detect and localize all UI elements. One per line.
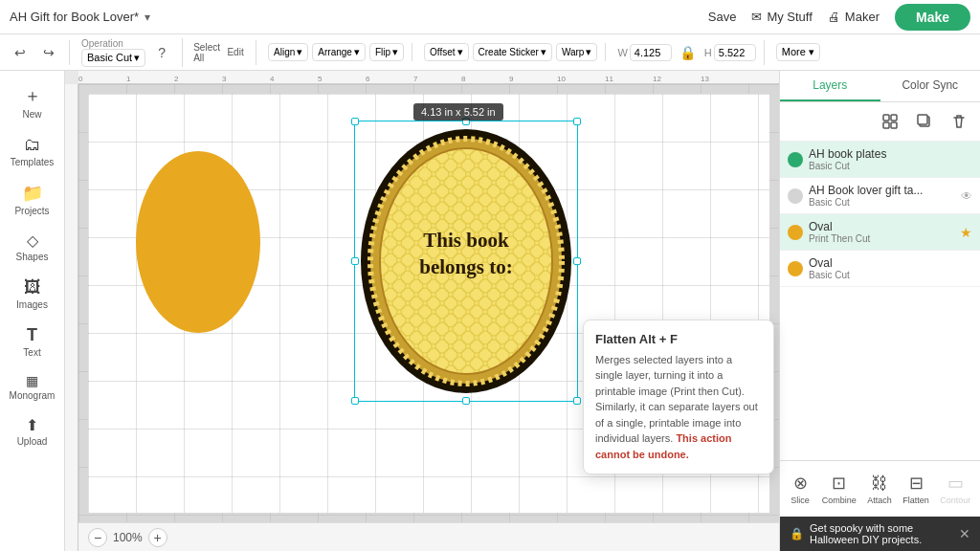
visibility-icon[interactable]: 👁 xyxy=(961,189,972,203)
shapes-icon: ◇ xyxy=(27,231,38,250)
panel-tabs: Layers Color Sync xyxy=(780,71,980,102)
width-field: W xyxy=(617,44,671,61)
undo-button[interactable]: ↩ xyxy=(8,40,33,65)
toolbar: ↩ ↪ Operation Basic Cut ▾ ? Select All E… xyxy=(0,34,980,71)
tab-layers[interactable]: Layers xyxy=(780,71,880,101)
edit-button[interactable]: Edit xyxy=(223,40,248,65)
notification-close-button[interactable]: ✕ xyxy=(959,526,970,541)
operation-help-icon[interactable]: ? xyxy=(149,40,174,65)
offset-button[interactable]: Offset ▾ xyxy=(424,43,469,61)
svg-rect-15 xyxy=(883,122,889,128)
layer-color-indicator xyxy=(788,188,803,204)
flatten-tooltip-popup: Flatten Alt + F Merges selected layers i… xyxy=(583,320,774,475)
layer-item-oval-basic[interactable]: Oval Basic Cut xyxy=(780,251,980,287)
main-area: ＋ New 🗂 Templates 📁 Projects ◇ Shapes 🖼 … xyxy=(0,71,980,551)
flatten-label: Flatten xyxy=(902,496,929,505)
slice-tool[interactable]: ⊗ Slice xyxy=(784,469,816,509)
layer-name: AH Book lover gift ta... xyxy=(809,184,955,197)
sidebar-item-new[interactable]: ＋ New xyxy=(5,78,60,125)
flatten-tooltip-body: Merges selected layers into a single lay… xyxy=(595,352,762,463)
layer-info: AH book plates Basic Cut xyxy=(809,147,972,171)
attach-icon: ⛓ xyxy=(871,474,888,494)
layer-info: Oval Print Then Cut xyxy=(809,220,954,244)
flip-button[interactable]: Flip ▾ xyxy=(369,43,404,61)
chevron-down-icon: ▾ xyxy=(297,46,302,58)
select-all-button[interactable]: Select All xyxy=(194,40,219,65)
flatten-tool[interactable]: ⊟ Flatten xyxy=(897,469,934,509)
layer-item-ah-book-plates[interactable]: AH book plates Basic Cut xyxy=(780,142,980,178)
title-chevron-icon[interactable]: ▾ xyxy=(145,11,150,24)
warp-button[interactable]: Warp ▾ xyxy=(556,43,598,61)
layer-color-indicator xyxy=(788,152,803,167)
maker-button[interactable]: 🖨 Maker xyxy=(828,10,880,24)
align-group: Align ▾ Arrange ▾ Flip ▾ xyxy=(268,43,412,61)
sidebar-item-templates[interactable]: 🗂 Templates xyxy=(5,129,60,173)
my-stuff-button[interactable]: ✉ My Stuff xyxy=(751,10,812,24)
chevron-down-icon: ▾ xyxy=(541,46,546,58)
height-input[interactable] xyxy=(714,44,756,61)
layer-item-oval-print[interactable]: Oval Print Then Cut ★ xyxy=(780,214,980,251)
layer-info: Oval Basic Cut xyxy=(809,256,972,280)
create-sticker-button[interactable]: Create Sticker ▾ xyxy=(473,43,552,61)
operation-select[interactable]: Basic Cut ▾ xyxy=(81,49,145,67)
layer-name: Oval xyxy=(809,220,954,233)
make-button[interactable]: Make xyxy=(895,4,970,31)
attach-label: Attach xyxy=(867,496,892,505)
lock-aspect-icon[interactable]: 🔒 xyxy=(676,40,701,65)
combine-tool[interactable]: ⊡ Combine xyxy=(816,469,861,509)
zoom-in-button[interactable]: + xyxy=(148,528,167,547)
layer-sub: Basic Cut xyxy=(809,197,955,208)
group-icon xyxy=(881,113,899,130)
sidebar-item-templates-label: Templates xyxy=(11,157,55,167)
svg-rect-14 xyxy=(891,115,897,121)
tab-color-sync[interactable]: Color Sync xyxy=(880,71,981,101)
save-button[interactable]: Save xyxy=(708,10,737,24)
sidebar-item-text[interactable]: T Text xyxy=(5,320,60,364)
sidebar-item-projects-label: Projects xyxy=(14,206,49,216)
zoom-bar: − 100% + xyxy=(78,522,779,551)
flatten-body-text: Merges selected layers into a single lay… xyxy=(595,354,758,445)
sidebar-item-images[interactable]: 🖼 Images xyxy=(5,272,60,316)
slice-label: Slice xyxy=(791,496,810,505)
images-icon: 🖼 xyxy=(24,277,41,298)
book-plate-design[interactable]: This book belongs to: xyxy=(356,122,576,400)
layer-item-ah-book-lover[interactable]: AH Book lover gift ta... Basic Cut 👁 xyxy=(780,178,980,214)
left-sidebar: ＋ New 🗂 Templates 📁 Projects ◇ Shapes 🖼 … xyxy=(0,71,65,551)
flatten-tooltip-title: Flatten Alt + F xyxy=(595,332,762,346)
group-layers-button[interactable] xyxy=(877,108,903,135)
edit-label: Edit xyxy=(227,47,243,57)
panel-bottom-toolbar: ⊗ Slice ⊡ Combine ⛓ Attach ⊟ Flatten ▭ xyxy=(780,460,980,517)
yellow-oval-shape[interactable] xyxy=(136,151,260,333)
ruler-horizontal: 0 1 2 3 4 5 6 7 8 9 10 11 12 13 xyxy=(78,71,779,84)
arrange-button[interactable]: Arrange ▾ xyxy=(312,43,366,61)
svg-text:This book: This book xyxy=(423,229,509,252)
width-input[interactable] xyxy=(630,44,672,61)
sidebar-item-upload[interactable]: ⬆ Upload xyxy=(5,410,60,452)
topbar: AH Gift for Book Lover* ▾ Save ✉ My Stuf… xyxy=(0,0,980,34)
chevron-down-icon: ▾ xyxy=(392,46,398,58)
redo-button[interactable]: ↪ xyxy=(36,40,61,65)
align-button[interactable]: Align ▾ xyxy=(268,43,308,61)
sidebar-item-text-label: Text xyxy=(23,347,40,358)
duplicate-layer-button[interactable] xyxy=(911,108,938,135)
combine-icon: ⊡ xyxy=(832,473,846,494)
svg-rect-16 xyxy=(891,122,897,128)
svg-rect-13 xyxy=(883,115,889,121)
sidebar-item-projects[interactable]: 📁 Projects xyxy=(5,177,60,222)
attach-tool[interactable]: ⛓ Attach xyxy=(861,470,897,509)
ruler-vertical xyxy=(65,84,78,551)
sidebar-item-shapes[interactable]: ◇ Shapes xyxy=(5,226,60,268)
trash-icon xyxy=(950,113,968,130)
operation-label: Operation xyxy=(81,38,145,49)
select-all-label: Select All xyxy=(193,42,220,63)
delete-layer-button[interactable] xyxy=(946,108,972,135)
canvas-area[interactable]: 0 1 2 3 4 5 6 7 8 9 10 11 12 13 xyxy=(65,71,779,551)
chevron-down-icon: ▾ xyxy=(457,46,463,58)
chevron-down-icon: ▾ xyxy=(134,52,140,64)
layer-name: AH book plates xyxy=(809,147,972,161)
sidebar-item-monogram[interactable]: ▦ Monogram xyxy=(5,367,60,407)
zoom-level: 100% xyxy=(113,531,143,544)
more-button[interactable]: More ▾ xyxy=(776,43,820,61)
zoom-out-button[interactable]: − xyxy=(88,528,107,547)
layer-sub: Basic Cut xyxy=(809,270,972,280)
